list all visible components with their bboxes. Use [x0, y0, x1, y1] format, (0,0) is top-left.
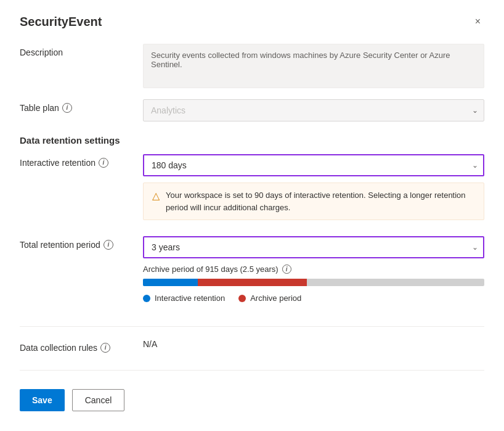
footer: Save Cancel [20, 389, 484, 411]
description-control: Security events collected from windows m… [143, 44, 484, 88]
interactive-retention-control: 30 days 60 days 90 days 180 days 270 day… [143, 154, 484, 220]
save-button[interactable]: Save [20, 389, 65, 411]
description-row: Description Security events collected fr… [20, 44, 484, 88]
table-plan-info-icon[interactable]: i [62, 103, 72, 113]
description-label: Description [20, 44, 143, 57]
table-plan-row: Table plan i Analytics ⌄ [20, 99, 484, 121]
total-retention-control: 180 days 1 year 2 years 3 years 5 years … [143, 236, 484, 303]
archive-progress-bar [143, 279, 484, 286]
data-collection-na: N/A [143, 339, 157, 349]
data-retention-section-title: Data retention settings [20, 135, 484, 146]
legend-archive-label: Archive period [250, 293, 301, 303]
table-plan-control: Analytics ⌄ [143, 99, 484, 121]
data-collection-label: Data collection rules i [20, 339, 143, 353]
legend-interactive: Interactive retention [143, 293, 225, 303]
total-retention-info-icon[interactable]: i [104, 240, 113, 250]
total-retention-row: Total retention period i 180 days 1 year… [20, 236, 484, 303]
close-button[interactable]: × [471, 15, 484, 28]
interactive-retention-row: Interactive retention i 30 days 60 days … [20, 154, 484, 220]
dialog-title: SecurityEvent [20, 15, 102, 29]
data-collection-value: N/A [143, 339, 484, 349]
divider [20, 326, 484, 327]
legend-archive: Archive period [238, 293, 301, 303]
total-retention-select[interactable]: 180 days 1 year 2 years 3 years 5 years … [143, 236, 484, 258]
warning-text: Your workspace is set to 90 days of inte… [166, 189, 475, 213]
interactive-retention-warning: △ Your workspace is set to 90 days of in… [143, 183, 484, 220]
interactive-progress-segment [143, 279, 198, 286]
archive-info: Archive period of 915 days (2.5 years) i [143, 265, 484, 274]
interactive-retention-info-icon[interactable]: i [99, 158, 108, 168]
security-event-dialog: SecurityEvent × Description Security eve… [0, 0, 504, 431]
footer-divider [20, 370, 484, 371]
dialog-header: SecurityEvent × [20, 15, 484, 29]
archive-legend: Interactive retention Archive period [143, 293, 484, 303]
archive-info-icon[interactable]: i [282, 265, 291, 274]
table-plan-label: Table plan i [20, 99, 143, 113]
data-collection-info-icon[interactable]: i [100, 343, 110, 353]
legend-interactive-label: Interactive retention [155, 293, 225, 303]
warning-icon: △ [152, 190, 160, 202]
table-plan-select[interactable]: Analytics [143, 99, 484, 121]
archive-progress-segment [198, 279, 307, 286]
total-retention-select-wrapper: 180 days 1 year 2 years 3 years 5 years … [143, 236, 484, 258]
data-collection-row: Data collection rules i N/A [20, 339, 484, 353]
interactive-retention-select-wrapper: 30 days 60 days 90 days 180 days 270 day… [143, 154, 484, 176]
legend-archive-dot [238, 295, 246, 302]
interactive-retention-label: Interactive retention i [20, 154, 143, 168]
legend-interactive-dot [143, 295, 150, 302]
interactive-retention-select[interactable]: 30 days 60 days 90 days 180 days 270 day… [143, 154, 484, 176]
total-retention-label: Total retention period i [20, 236, 143, 250]
table-plan-select-wrapper: Analytics ⌄ [143, 99, 484, 121]
cancel-button[interactable]: Cancel [72, 389, 125, 411]
archive-label: Archive period of 915 days (2.5 years) [143, 265, 278, 274]
description-box: Security events collected from windows m… [143, 44, 484, 88]
